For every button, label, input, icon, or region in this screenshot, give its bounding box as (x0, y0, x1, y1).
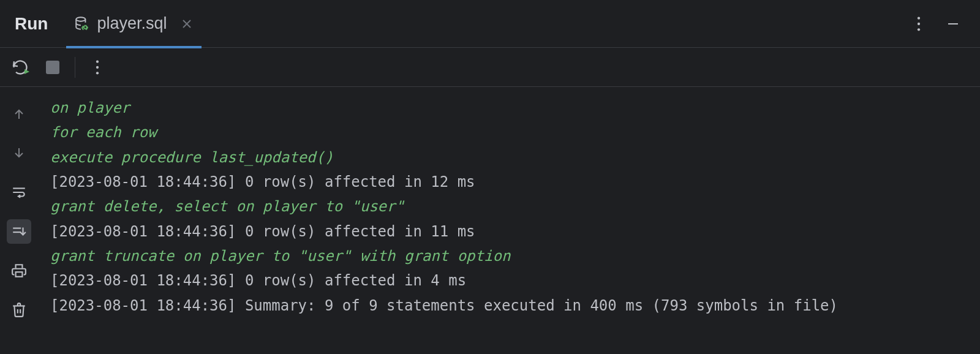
toolbar-more-icon[interactable] (88, 58, 107, 77)
svg-point-8 (96, 60, 99, 62)
more-icon[interactable] (910, 15, 927, 32)
content-area: on player for each row execute procedure… (0, 87, 980, 354)
rerun-button[interactable] (11, 58, 31, 77)
svg-point-0 (77, 17, 86, 21)
svg-point-3 (918, 17, 920, 19)
console-line: [2023-08-01 18:44:36] Summary: 9 of 9 st… (50, 293, 968, 318)
console-line: [2023-08-01 18:44:36] 0 row(s) affected … (50, 219, 968, 244)
console-line: grant truncate on player to "user" with … (50, 244, 968, 268)
database-icon (74, 15, 91, 32)
svg-point-4 (918, 22, 920, 24)
close-icon[interactable] (179, 17, 194, 31)
console-sidebar (0, 87, 38, 354)
tab-player-sql[interactable]: player.sql (66, 1, 201, 48)
toolbar (0, 48, 980, 87)
stop-button[interactable] (43, 58, 62, 77)
console-line: for each row (50, 120, 968, 145)
svg-point-10 (96, 72, 99, 74)
tab-label: player.sql (97, 14, 167, 33)
header-actions (910, 15, 980, 32)
toolbar-divider (75, 57, 75, 78)
arrow-up-icon[interactable] (7, 102, 31, 126)
console-line: [2023-08-01 18:44:36] 0 row(s) affected … (50, 268, 968, 293)
console-line: on player (50, 96, 968, 120)
svg-marker-7 (24, 69, 29, 74)
svg-rect-17 (16, 272, 23, 277)
svg-point-9 (96, 66, 99, 68)
run-label: Run (0, 14, 66, 34)
window-header: Run player.sql (0, 0, 980, 48)
arrow-down-icon[interactable] (7, 141, 31, 165)
console-output[interactable]: on player for each row execute procedure… (38, 87, 980, 354)
console-line: [2023-08-01 18:44:36] 0 row(s) affected … (50, 170, 968, 194)
scroll-to-end-icon[interactable] (7, 219, 31, 244)
console-line: execute procedure last_updated() (50, 145, 968, 170)
print-icon[interactable] (7, 258, 31, 283)
console-line: grant delete, select on player to "user" (50, 194, 968, 219)
svg-point-5 (918, 28, 920, 31)
soft-wrap-icon[interactable] (7, 180, 31, 205)
minimize-icon[interactable] (944, 15, 962, 32)
trash-icon[interactable] (7, 298, 31, 322)
